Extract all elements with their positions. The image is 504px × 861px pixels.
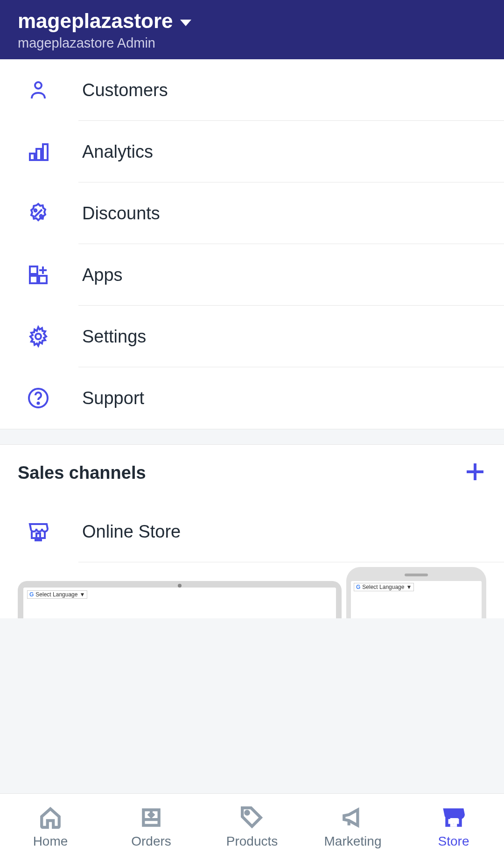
svg-rect-3 <box>43 144 48 160</box>
store-selector[interactable]: mageplazastore <box>18 9 191 33</box>
svg-rect-1 <box>30 154 35 160</box>
menu-label: Apps <box>82 265 123 285</box>
svg-point-13 <box>35 334 41 339</box>
tab-label: Marketing <box>324 834 382 849</box>
sales-channels-section: Sales channels Online Store G Select Lan… <box>0 445 504 618</box>
menu-item-settings[interactable]: Settings <box>0 306 504 367</box>
bar-chart-icon <box>27 140 49 163</box>
device-preview: G Select Language ▼ G Select Language ▼ <box>0 581 504 618</box>
svg-rect-8 <box>30 266 37 274</box>
chevron-down-icon <box>180 20 191 26</box>
main-menu: Customers Analytics Discounts Apps Setti… <box>0 59 504 429</box>
add-channel-button[interactable] <box>464 461 486 485</box>
section-divider <box>0 429 504 445</box>
menu-label: Customers <box>82 80 168 100</box>
store-icon <box>27 520 49 543</box>
language-selector-phone: G Select Language ▼ <box>354 583 414 591</box>
tab-store[interactable]: Store <box>403 794 504 861</box>
store-icon <box>442 806 465 829</box>
tab-marketing[interactable]: Marketing <box>302 794 403 861</box>
tab-label: Store <box>438 834 469 849</box>
tab-label: Home <box>33 834 68 849</box>
menu-label: Discounts <box>82 203 160 224</box>
svg-point-6 <box>40 215 42 217</box>
store-name: mageplazastore <box>18 9 173 33</box>
menu-item-customers[interactable]: Customers <box>0 59 504 121</box>
laptop-mockup: G Select Language ▼ <box>18 581 342 618</box>
menu-label: Support <box>82 388 144 408</box>
megaphone-icon <box>341 806 364 829</box>
menu-item-discounts[interactable]: Discounts <box>0 182 504 244</box>
svg-rect-2 <box>36 149 41 160</box>
svg-rect-18 <box>36 533 40 538</box>
tab-home[interactable]: Home <box>0 794 101 861</box>
menu-label: Analytics <box>82 142 153 162</box>
admin-label: mageplazastore Admin <box>18 35 486 51</box>
svg-rect-9 <box>30 276 37 283</box>
tab-orders[interactable]: Orders <box>101 794 202 861</box>
svg-rect-21 <box>452 819 455 826</box>
phone-mockup: G Select Language ▼ <box>346 567 486 618</box>
menu-label: Settings <box>82 327 146 347</box>
language-selector-laptop: G Select Language ▼ <box>27 590 87 599</box>
home-icon <box>39 806 62 829</box>
channel-label: Online Store <box>82 522 181 542</box>
orders-icon <box>140 806 163 829</box>
svg-point-0 <box>35 82 42 89</box>
menu-item-apps[interactable]: Apps <box>0 244 504 306</box>
bottom-tab-bar: Home Orders Products Marketing Store <box>0 793 504 861</box>
tag-icon <box>240 806 264 829</box>
section-header: Sales channels <box>0 445 504 501</box>
menu-item-analytics[interactable]: Analytics <box>0 121 504 182</box>
header: mageplazastore mageplazastore Admin <box>0 0 504 59</box>
help-icon <box>27 387 49 409</box>
svg-point-5 <box>35 210 37 212</box>
person-icon <box>27 79 49 101</box>
discount-icon <box>27 202 49 224</box>
apps-icon <box>27 264 49 286</box>
tab-label: Products <box>226 834 278 849</box>
tab-label: Orders <box>131 834 171 849</box>
menu-item-support[interactable]: Support <box>0 367 504 429</box>
svg-rect-10 <box>39 276 47 283</box>
gear-icon <box>27 325 49 348</box>
tab-products[interactable]: Products <box>202 794 302 861</box>
channel-item-online-store[interactable]: Online Store <box>0 501 504 562</box>
svg-point-15 <box>37 402 39 404</box>
svg-point-20 <box>245 811 248 814</box>
section-title: Sales channels <box>18 463 146 483</box>
